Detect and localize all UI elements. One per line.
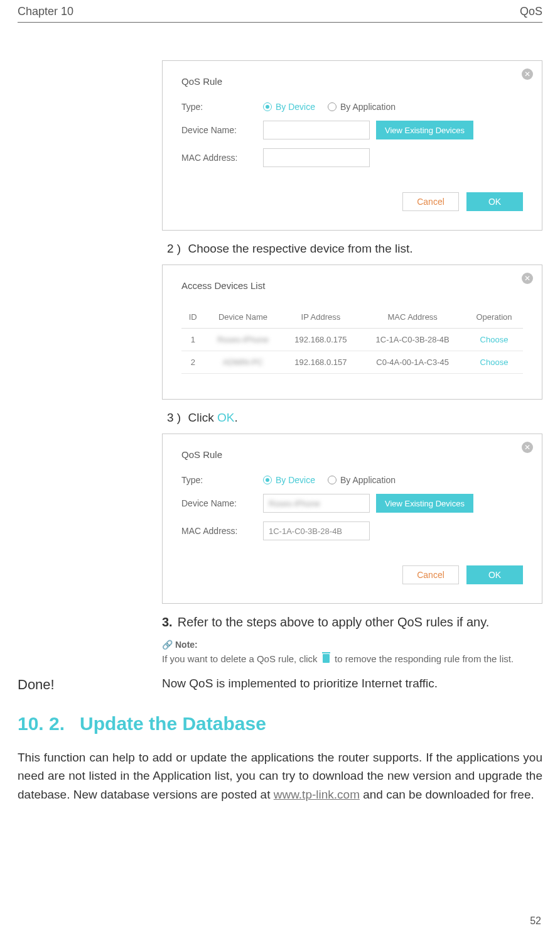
cell-choose[interactable]: Choose bbox=[465, 329, 523, 351]
device-name-input[interactable]: Roses-iPhone bbox=[263, 494, 370, 513]
section-title: Update the Database bbox=[80, 713, 266, 734]
radio-by-device[interactable]: By Device bbox=[263, 475, 315, 485]
step-3-pre: Click bbox=[188, 411, 217, 424]
ok-text: OK bbox=[217, 411, 234, 424]
step-3-prefix: 3 ) bbox=[167, 411, 181, 424]
ok-button[interactable]: OK bbox=[466, 192, 523, 211]
col-id: ID bbox=[181, 306, 205, 329]
panel-title: Access Devices List bbox=[181, 280, 523, 291]
step-3-click-ok: 3 ) Click OK. bbox=[167, 411, 542, 425]
para-text-2: and can be downloaded for free. bbox=[360, 788, 534, 801]
radio-by-application-label: By Application bbox=[340, 475, 396, 485]
mac-address-input[interactable]: 1C-1A-C0-3B-28-4B bbox=[263, 521, 370, 540]
ok-button[interactable]: OK bbox=[466, 565, 523, 584]
access-devices-panel: ✕ Access Devices List ID Device Name IP … bbox=[162, 265, 542, 400]
cell-ip: 192.168.0.157 bbox=[282, 351, 360, 374]
close-icon[interactable]: ✕ bbox=[522, 273, 533, 284]
mac-address-input[interactable] bbox=[263, 148, 370, 167]
page-title: QoS bbox=[520, 5, 542, 18]
radio-by-device-label: By Device bbox=[276, 475, 315, 485]
device-name-label: Device Name: bbox=[181, 125, 263, 135]
col-operation: Operation bbox=[465, 306, 523, 329]
step-2-prefix: 2 ) bbox=[167, 242, 181, 255]
trash-icon bbox=[323, 654, 330, 663]
done-label: Done! bbox=[18, 677, 55, 693]
view-existing-devices-button[interactable]: View Existing Devices bbox=[376, 121, 473, 139]
devices-table: ID Device Name IP Address MAC Address Op… bbox=[181, 306, 523, 374]
close-icon[interactable]: ✕ bbox=[522, 442, 533, 453]
type-label: Type: bbox=[181, 475, 263, 485]
page-number: 52 bbox=[530, 915, 541, 927]
paperclip-icon: 🔗 bbox=[162, 640, 173, 650]
cell-device-name: ADMIN-PC bbox=[205, 351, 282, 374]
step-num: 3. bbox=[162, 615, 173, 629]
cancel-button[interactable]: Cancel bbox=[402, 565, 459, 584]
note-body: If you want to delete a QoS rule, click … bbox=[162, 652, 542, 665]
col-device-name: Device Name bbox=[205, 306, 282, 329]
step-text: Refer to the steps above to apply other … bbox=[178, 615, 490, 629]
panel-actions: Cancel OK bbox=[181, 192, 523, 211]
cell-mac: C0-4A-00-1A-C3-45 bbox=[360, 351, 465, 374]
mac-address-label: MAC Address: bbox=[181, 153, 263, 163]
section-heading: 10. 2.Update the Database bbox=[18, 713, 542, 734]
chapter-label: Chapter 10 bbox=[18, 5, 73, 18]
view-existing-devices-button[interactable]: View Existing Devices bbox=[376, 494, 473, 513]
radio-by-device[interactable]: By Device bbox=[263, 102, 315, 112]
note-label: Note: bbox=[175, 640, 198, 650]
page-header: Chapter 10 QoS bbox=[18, 5, 542, 23]
cancel-button[interactable]: Cancel bbox=[402, 192, 459, 211]
radio-icon bbox=[263, 102, 272, 111]
panel-actions: Cancel OK bbox=[181, 565, 523, 584]
mac-address-row: MAC Address: bbox=[181, 148, 523, 167]
type-row: Type: By Device By Application bbox=[181, 102, 523, 112]
radio-icon bbox=[328, 476, 337, 484]
step-2: 2 ) Choose the respective device from th… bbox=[167, 242, 542, 256]
cell-id: 2 bbox=[181, 351, 205, 374]
note-post: to remove the responding rule from the l… bbox=[332, 653, 514, 664]
type-label: Type: bbox=[181, 102, 263, 112]
note-pre: If you want to delete a QoS rule, click bbox=[162, 653, 320, 664]
qos-rule-panel-1: ✕ QoS Rule Type: By Device By Applicatio… bbox=[162, 60, 542, 231]
type-row: Type: By Device By Application bbox=[181, 475, 523, 485]
radio-icon bbox=[263, 476, 272, 484]
cell-id: 1 bbox=[181, 329, 205, 351]
radio-by-device-label: By Device bbox=[276, 102, 315, 112]
table-row: 1 Roses-iPhone 192.168.0.175 1C-1A-C0-3B… bbox=[181, 329, 523, 351]
step-2-text: Choose the respective device from the li… bbox=[188, 242, 412, 255]
cell-device-name: Roses-iPhone bbox=[205, 329, 282, 351]
section-paragraph: This function can help to add or update … bbox=[18, 748, 542, 804]
radio-by-application[interactable]: By Application bbox=[328, 475, 396, 485]
device-name-row: Device Name: Roses-iPhone View Existing … bbox=[181, 494, 523, 513]
radio-by-application[interactable]: By Application bbox=[328, 102, 396, 112]
mac-address-row: MAC Address: 1C-1A-C0-3B-28-4B bbox=[181, 521, 523, 540]
close-icon[interactable]: ✕ bbox=[522, 68, 533, 80]
radio-icon bbox=[328, 102, 337, 111]
device-name-label: Device Name: bbox=[181, 498, 263, 508]
cell-ip: 192.168.0.175 bbox=[282, 329, 360, 351]
table-header-row: ID Device Name IP Address MAC Address Op… bbox=[181, 306, 523, 329]
device-name-row: Device Name: View Existing Devices bbox=[181, 121, 523, 139]
done-text: Now QoS is implemented to prioritize Int… bbox=[162, 677, 438, 690]
device-name-input[interactable] bbox=[263, 121, 370, 139]
qos-rule-panel-2: ✕ QoS Rule Type: By Device By Applicatio… bbox=[162, 434, 542, 604]
cell-mac: 1C-1A-C0-3B-28-4B bbox=[360, 329, 465, 351]
col-mac: MAC Address bbox=[360, 306, 465, 329]
col-ip: IP Address bbox=[282, 306, 360, 329]
panel-title: QoS Rule bbox=[181, 76, 523, 87]
radio-by-application-label: By Application bbox=[340, 102, 396, 112]
step-3-refer: 3.Refer to the steps above to apply othe… bbox=[162, 615, 542, 630]
cell-choose[interactable]: Choose bbox=[465, 351, 523, 374]
panel-title: QoS Rule bbox=[181, 449, 523, 460]
tp-link-url[interactable]: www.tp-link.com bbox=[274, 788, 360, 801]
mac-address-label: MAC Address: bbox=[181, 526, 263, 536]
note-heading: 🔗 Note: bbox=[162, 640, 542, 650]
table-row: 2 ADMIN-PC 192.168.0.157 C0-4A-00-1A-C3-… bbox=[181, 351, 523, 374]
done-row: Done! Now QoS is implemented to prioriti… bbox=[18, 677, 542, 690]
section-number: 10. 2. bbox=[18, 713, 65, 734]
step-3-post: . bbox=[234, 411, 237, 424]
